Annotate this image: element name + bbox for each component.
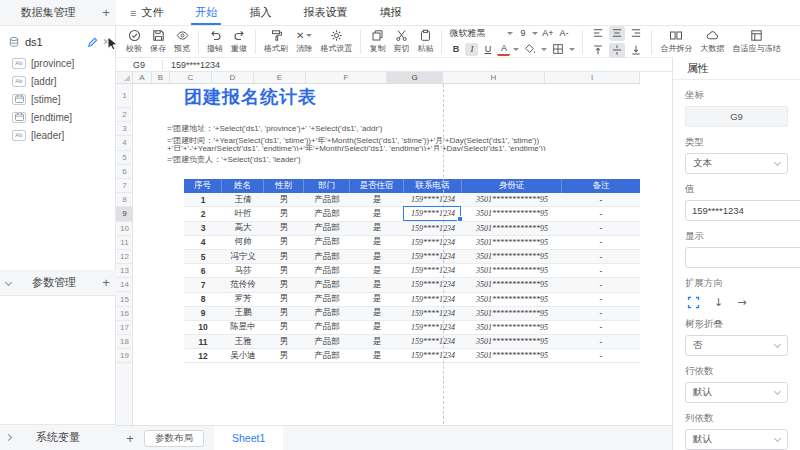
add-dataset-button[interactable]: + (96, 5, 116, 20)
table-cell[interactable]: - (562, 250, 640, 263)
table-cell[interactable]: 3501************95 (462, 236, 562, 249)
table-cell[interactable]: 男 (264, 250, 304, 263)
table-cell[interactable]: 是 (350, 321, 404, 334)
copy-button[interactable]: 复制 (365, 28, 389, 55)
expand-right-icon[interactable]: → (737, 296, 746, 309)
table-header-cell[interactable]: 联系电话 (404, 179, 462, 193)
table-cell[interactable]: 3501************95 (462, 321, 562, 334)
row-header-15[interactable]: 15 (116, 292, 133, 306)
row-header-8[interactable]: 8 (116, 193, 133, 207)
valign-top-button[interactable] (590, 43, 606, 58)
underline-button[interactable]: U (481, 43, 494, 56)
valign-middle-button[interactable] (609, 43, 625, 58)
table-header-cell[interactable]: 身份证 (462, 179, 562, 193)
decrease-font-button[interactable]: A- (557, 27, 570, 40)
ribbon-tab[interactable]: 报表设置 (287, 0, 363, 25)
table-cell[interactable]: 159****1234 (404, 250, 462, 263)
table-cell[interactable]: 吴小迪 (222, 349, 264, 362)
table-cell[interactable]: 159****1234 (404, 335, 462, 348)
sheet-tab-sheet1[interactable]: Sheet1 (214, 426, 283, 450)
table-header-cell[interactable]: 性别 (264, 179, 304, 193)
align-right-button[interactable] (628, 26, 644, 41)
table-cell[interactable]: 是 (350, 222, 404, 235)
column-header-B[interactable]: B (152, 72, 170, 84)
row-header-6[interactable]: 6 (116, 165, 133, 179)
add-param-button[interactable]: + (96, 275, 116, 290)
redo-button[interactable]: 重做 (227, 28, 251, 55)
edit-dataset-icon[interactable] (87, 37, 98, 48)
table-cell[interactable]: 男 (264, 222, 304, 235)
table-cell[interactable]: 8 (184, 293, 222, 306)
row-header-14[interactable]: 14 (116, 278, 133, 292)
dataset-field[interactable]: [endtime] (0, 108, 116, 126)
select-all-corner[interactable] (116, 72, 133, 84)
add-sheet-button[interactable]: + (116, 431, 144, 446)
table-cell[interactable]: - (562, 222, 640, 235)
table-cell[interactable]: 159****1234 (404, 278, 462, 291)
cell-reference-box[interactable]: G9 (116, 60, 162, 70)
merge-split-button[interactable]: 合并拆分 (656, 28, 696, 55)
table-cell[interactable]: 产品部 (304, 193, 350, 206)
row-header-5[interactable]: 5 (116, 151, 133, 165)
table-cell[interactable]: 产品部 (304, 349, 350, 362)
row-header-18[interactable]: 18 (116, 335, 133, 349)
table-cell[interactable]: 12 (184, 349, 222, 362)
table-header-cell[interactable]: 部门 (304, 179, 350, 193)
row-header-11[interactable]: 11 (116, 236, 133, 250)
tree-fold-select[interactable]: 否 (685, 335, 788, 356)
table-cell[interactable]: 3501************95 (462, 193, 562, 206)
column-header-F[interactable]: F (306, 72, 387, 84)
italic-button[interactable]: I (465, 43, 478, 56)
table-cell[interactable]: 高大 (222, 222, 264, 235)
table-cell[interactable]: 是 (350, 207, 404, 220)
ribbon-tab[interactable]: 开始 (179, 0, 233, 25)
table-cell[interactable]: 冯宁义 (222, 250, 264, 263)
table-cell[interactable]: 是 (350, 250, 404, 263)
table-cell[interactable]: 159****1234 (404, 236, 462, 249)
table-cell[interactable]: 男 (264, 207, 304, 220)
table-cell[interactable]: 是 (350, 236, 404, 249)
column-header-E[interactable]: E (254, 72, 306, 84)
display-input[interactable] (685, 247, 800, 268)
table-cell[interactable]: 男 (264, 293, 304, 306)
table-cell[interactable]: 是 (350, 278, 404, 291)
table-cell[interactable]: 何帅 (222, 236, 264, 249)
table-cell[interactable]: 男 (264, 193, 304, 206)
table-cell[interactable]: 3501************95 (462, 293, 562, 306)
table-cell[interactable]: 3501************95 (462, 250, 562, 263)
table-cell[interactable]: 男 (264, 349, 304, 362)
dataset-field[interactable]: [stime] (0, 90, 116, 108)
table-header-cell[interactable]: 序号 (184, 179, 222, 193)
table-cell[interactable]: 是 (350, 264, 404, 277)
fit-freeze-button[interactable]: 自适应与冻结 (728, 28, 784, 55)
table-cell[interactable]: 马莎 (222, 264, 264, 277)
table-cell[interactable]: - (562, 236, 640, 249)
table-cell[interactable]: 159****1234 (404, 349, 462, 362)
formula-input[interactable]: 159****1234 (163, 60, 220, 70)
table-cell[interactable]: 3501************95 (462, 264, 562, 277)
type-select[interactable]: 文本 (685, 153, 788, 174)
ribbon-tab[interactable]: 填报 (363, 0, 417, 25)
increase-font-button[interactable]: A+ (541, 27, 554, 40)
column-header-A[interactable]: A (133, 72, 152, 84)
row-header-3[interactable]: 3 (116, 122, 133, 136)
table-cell[interactable]: 是 (350, 349, 404, 362)
row-header-19[interactable]: 19 (116, 349, 133, 363)
row-header-2[interactable]: 2 (116, 108, 133, 122)
table-cell[interactable]: 4 (184, 236, 222, 249)
table-cell[interactable]: 男 (264, 321, 304, 334)
clear-button[interactable]: ✕ 清除 (292, 29, 316, 55)
table-cell[interactable]: 男 (264, 307, 304, 320)
table-cell[interactable]: 产品部 (304, 264, 350, 277)
borders-button[interactable] (550, 42, 566, 57)
paste-button[interactable]: 粘贴 (413, 28, 437, 55)
table-cell[interactable]: 10 (184, 321, 222, 334)
table-cell[interactable]: - (562, 349, 640, 362)
table-header-cell[interactable]: 姓名 (222, 179, 264, 193)
table-cell[interactable]: 范伶伶 (222, 278, 264, 291)
table-cell[interactable]: 3501************95 (462, 335, 562, 348)
table-cell[interactable]: 3501************95 (462, 349, 562, 362)
table-header-cell[interactable]: 是否住宿 (350, 179, 404, 193)
table-cell[interactable]: 159****1234 (404, 321, 462, 334)
table-cell[interactable]: - (562, 264, 640, 277)
